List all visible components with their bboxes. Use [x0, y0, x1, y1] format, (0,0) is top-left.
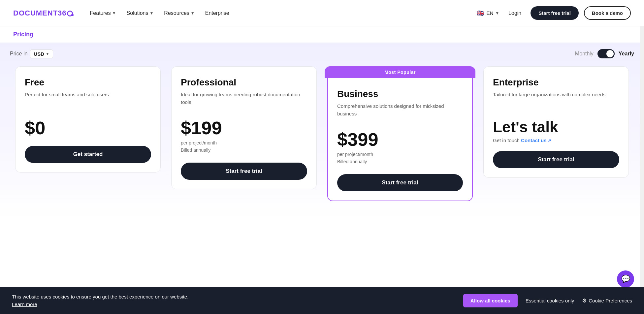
- plan-price-enterprise: Let's talk: [493, 119, 619, 136]
- currency-selector[interactable]: Price in USD ▼: [10, 49, 53, 58]
- plan-description-enterprise: Tailored for large organizations with co…: [493, 91, 619, 111]
- lang-code: EN: [486, 10, 493, 16]
- nav-links: Features ▼ Solutions ▼ Resources ▼ Enter…: [86, 8, 477, 19]
- plan-card-professional: Professional Ideal for growing teams nee…: [171, 66, 317, 189]
- plan-cta-professional[interactable]: Start free trial: [181, 163, 307, 180]
- navbar: DOCUMENT36 Features ▼ Solutions ▼ Resour…: [0, 0, 644, 26]
- start-trial-button-header[interactable]: Start free trial: [531, 6, 579, 20]
- plan-name-business: Business: [337, 89, 463, 99]
- pricing-controls: Price in USD ▼ Monthly Yearly: [10, 49, 634, 58]
- currency-dropdown[interactable]: USD ▼: [30, 49, 53, 58]
- plan-card-enterprise: Enterprise Tailored for large organizati…: [483, 66, 629, 178]
- plan-price-business: $399: [337, 130, 463, 149]
- plan-free-wrapper: Free Perfect for small teams and solo us…: [13, 66, 163, 201]
- plan-professional-wrapper: Professional Ideal for growing teams nee…: [169, 66, 319, 201]
- plan-price-professional: $199: [181, 119, 307, 137]
- toggle-knob: [606, 50, 614, 57]
- plan-enterprise-wrapper: Enterprise Tailored for large organizati…: [481, 66, 631, 201]
- plan-description-business: Comprehensive solutions designed for mid…: [337, 103, 463, 122]
- currency-value-text: USD: [34, 51, 44, 57]
- breadcrumb: Pricing: [0, 26, 644, 43]
- logo-circle: [67, 11, 73, 16]
- scrollbar-track[interactable]: [640, 0, 644, 221]
- plan-description-professional: Ideal for growing teams needing robust d…: [181, 91, 307, 111]
- plan-card-free: Free Perfect for small teams and solo us…: [15, 66, 161, 173]
- pricing-section: Price in USD ▼ Monthly Yearly Free Perfe…: [0, 43, 644, 221]
- breadcrumb-label: Pricing: [13, 31, 33, 38]
- chevron-down-icon: ▼: [495, 11, 499, 16]
- logo[interactable]: DOCUMENT36: [13, 9, 73, 17]
- plan-name-free: Free: [25, 77, 151, 88]
- plan-cta-free[interactable]: Get started: [25, 146, 151, 163]
- lang-selector[interactable]: 🇬🇧 EN ▼: [477, 10, 499, 17]
- plan-description-free: Perfect for small teams and solo users: [25, 91, 151, 111]
- flag-icon: 🇬🇧: [477, 10, 484, 17]
- chevron-down-icon: ▼: [46, 51, 49, 56]
- contact-line: Get in touch Contact us: [493, 138, 619, 143]
- plan-name-professional: Professional: [181, 77, 307, 88]
- billing-toggle-switch[interactable]: [597, 49, 615, 58]
- plan-business-wrapper: Most Popular Business Comprehensive solu…: [325, 66, 475, 201]
- book-demo-button-header[interactable]: Book a demo: [584, 6, 631, 20]
- nav-item-enterprise[interactable]: Enterprise: [201, 8, 233, 19]
- chevron-down-icon: ▼: [149, 11, 153, 16]
- most-popular-badge: Most Popular: [325, 66, 475, 78]
- plan-cta-business[interactable]: Start free trial: [337, 174, 463, 191]
- contact-us-link[interactable]: Contact us: [521, 138, 551, 143]
- plan-name-enterprise: Enterprise: [493, 77, 619, 88]
- billing-monthly-label: Monthly: [575, 51, 594, 57]
- nav-item-solutions[interactable]: Solutions ▼: [123, 8, 158, 19]
- nav-item-features[interactable]: Features ▼: [86, 8, 120, 19]
- plan-price-free: $0: [25, 119, 151, 137]
- chevron-down-icon: ▼: [191, 11, 195, 16]
- chevron-down-icon: ▼: [112, 11, 116, 16]
- logo-text: DOCUMENT36: [13, 9, 73, 17]
- plan-card-business: Business Comprehensive solutions designe…: [327, 78, 473, 201]
- plan-price-details-business: per project/monthBilled annually: [337, 151, 463, 166]
- billing-toggle: Monthly Yearly: [575, 49, 634, 58]
- nav-item-resources[interactable]: Resources ▼: [160, 8, 198, 19]
- login-button[interactable]: Login: [504, 8, 525, 19]
- billing-yearly-label: Yearly: [619, 51, 634, 57]
- nav-right: 🇬🇧 EN ▼ Login Start free trial Book a de…: [477, 6, 631, 20]
- currency-label: Price in: [10, 51, 27, 57]
- pricing-cards-container: Free Perfect for small teams and solo us…: [10, 66, 634, 201]
- plan-cta-enterprise[interactable]: Start free trial: [493, 151, 619, 168]
- plan-price-details-professional: per project/monthBilled annually: [181, 139, 307, 154]
